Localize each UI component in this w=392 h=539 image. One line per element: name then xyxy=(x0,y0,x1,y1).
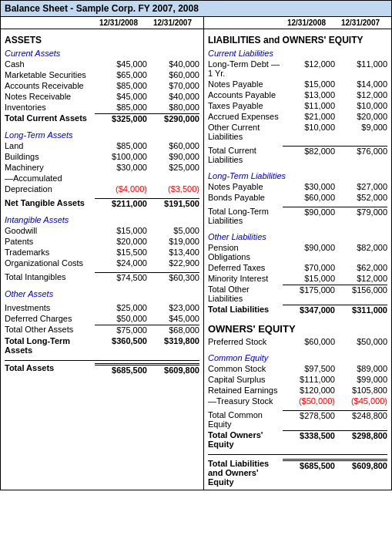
mkt-sec-2007: $60,000 xyxy=(147,70,199,79)
buildings-label: Buildings xyxy=(5,152,95,161)
treasury-stock-label: —Treasury Stock xyxy=(208,396,283,406)
taxes-payable-2007: $10,000 xyxy=(335,101,387,110)
total-common-equity-2008: $278,500 xyxy=(283,410,335,429)
deferred-charges-2007: $45,000 xyxy=(147,314,199,323)
accts-payable-2008: $13,000 xyxy=(283,90,335,99)
total-liabilities-label: Total Liabilities xyxy=(208,305,283,315)
net-tangible-label: Net Tangible Assets xyxy=(5,198,95,208)
accts-rec-2007: $70,000 xyxy=(147,81,199,90)
common-stock-2007: $89,000 xyxy=(335,364,387,373)
accum-depr-line1-label: —Accumulated xyxy=(5,173,95,183)
left-date-2: 12/31/2007 xyxy=(146,17,199,29)
land-label: Land xyxy=(5,141,95,150)
net-tangible-2007: $191,500 xyxy=(147,198,199,208)
other-cur-liab-2008: $10,000 xyxy=(283,123,335,141)
trademarks-2008: $15,500 xyxy=(95,248,147,257)
machinery-label: Machinery xyxy=(5,163,95,172)
total-long-term-2008: $360,500 xyxy=(95,336,147,355)
total-common-equity-label: Total Common Equity xyxy=(208,410,283,429)
taxes-payable-label: Taxes Payable xyxy=(208,101,283,110)
total-liab-owners-row: Total Liabilities and Owners' Equity $68… xyxy=(208,458,387,487)
cash-2008: $45,000 xyxy=(95,59,147,69)
total-intangibles-row: Total Intangibles $74,500 $60,300 xyxy=(5,271,199,283)
total-assets-2008: $685,500 xyxy=(95,363,147,375)
list-item: Deferred Charges $50,000 $45,000 xyxy=(5,313,199,324)
list-item: Patents $20,000 $19,000 xyxy=(5,236,199,247)
total-current-assets-2008: $325,000 xyxy=(95,113,147,123)
investments-label: Investments xyxy=(5,303,95,312)
total-liab-owners-2007: $609,800 xyxy=(335,459,387,487)
total-cur-liab-label: Total Current Liabilities xyxy=(208,146,283,164)
capital-surplus-label: Capital Surplus xyxy=(208,375,283,384)
assets-title: ASSETS xyxy=(5,35,199,45)
minority-interest-label: Minority Interest xyxy=(208,274,283,283)
list-item: Cash $45,000 $40,000 xyxy=(5,59,199,69)
trademarks-2007: $13,400 xyxy=(147,248,199,257)
total-lt-liab-2008: $90,000 xyxy=(283,207,335,225)
deferred-taxes-2008: $70,000 xyxy=(283,263,335,272)
liabilities-title: LIABILITIES and OWNERS' EQUITY xyxy=(208,35,387,45)
deferred-charges-2008: $50,000 xyxy=(95,314,147,323)
depreciation-label: Depreciation xyxy=(5,184,95,194)
pension-label: Pension Obligations xyxy=(208,243,283,261)
other-cur-liab-label: Other Current Liabilities xyxy=(208,123,283,141)
bonds-payable-2008: $60,000 xyxy=(283,193,335,202)
common-stock-2008: $97,500 xyxy=(283,364,335,373)
right-date-1: 12/31/2008 xyxy=(280,17,333,29)
total-intangibles-label: Total Intangibles xyxy=(5,272,95,282)
list-item: Notes Payable $15,000 $14,000 xyxy=(208,79,387,89)
common-equity-label: Common Equity xyxy=(208,353,387,362)
total-intangibles-2007: $60,300 xyxy=(147,272,199,282)
total-current-assets-2007: $290,000 xyxy=(147,113,199,123)
org-costs-label: Organizational Costs xyxy=(5,258,95,268)
long-term-assets-label: Long-Term Assets xyxy=(5,130,199,140)
investments-2007: $23,000 xyxy=(147,303,199,312)
minority-interest-2008: $15,000 xyxy=(283,274,335,283)
accrued-exp-label: Accrued Expenses xyxy=(208,112,283,121)
right-panel: LIABILITIES and OWNERS' EQUITY Current L… xyxy=(204,29,391,490)
total-other-liab-row: Total Other Liabilities $175,000 $156,00… xyxy=(208,284,387,304)
investments-2008: $25,000 xyxy=(95,303,147,312)
goodwill-label: Goodwill xyxy=(5,226,95,235)
net-tangible-assets-row: Net Tangible Assets $211,000 $191,500 xyxy=(5,197,199,209)
cash-label: Cash xyxy=(5,59,95,69)
capital-surplus-2008: $111,000 xyxy=(283,375,335,384)
notes-payable-lt-2008: $30,000 xyxy=(283,182,335,191)
list-item: Retained Earnings $120,000 $105,800 xyxy=(208,385,387,396)
treasury-stock-2008: ($50,000) xyxy=(283,396,335,406)
list-item: Investments $25,000 $23,000 xyxy=(5,302,199,313)
mkt-sec-2008: $65,000 xyxy=(95,70,147,79)
accrued-exp-2008: $21,000 xyxy=(283,112,335,121)
ltd-1yr-2007: $11,000 xyxy=(335,59,387,78)
deferred-charges-label: Deferred Charges xyxy=(5,314,95,323)
notes-payable-lt-label: Notes Payable xyxy=(208,182,283,191)
list-item: Notes Receivable $45,000 $40,000 xyxy=(5,91,199,102)
inventories-2007: $80,000 xyxy=(147,103,199,112)
list-item: Inventories $85,000 $80,000 xyxy=(5,102,199,113)
accts-rec-label: Accounts Receivable xyxy=(5,81,95,90)
notes-rec-label: Notes Receivable xyxy=(5,92,95,101)
right-date-2: 12/31/2007 xyxy=(333,17,387,29)
total-owners-equity-2008: $338,500 xyxy=(283,430,335,449)
total-intangibles-2008: $74,500 xyxy=(95,272,147,282)
list-item: Preferred Stock $60,000 $50,000 xyxy=(208,336,387,347)
list-item: Land $85,000 $60,000 xyxy=(5,140,199,151)
accts-payable-2007: $12,000 xyxy=(335,90,387,99)
total-assets-2007: $609,800 xyxy=(147,363,199,375)
total-lt-liab-2007: $79,000 xyxy=(335,207,387,225)
total-lt-liab-label: Total Long-Term Liabilities xyxy=(208,207,283,225)
patents-2008: $20,000 xyxy=(95,237,147,246)
list-item: Capital Surplus $111,000 $99,000 xyxy=(208,374,387,385)
left-panel: ASSETS Current Assets Cash $45,000 $40,0… xyxy=(1,29,204,490)
ltd-1yr-2008: $12,000 xyxy=(283,59,335,78)
goodwill-2007: $5,000 xyxy=(147,226,199,235)
total-other-assets-row: Total Other Assets $75,000 $68,000 xyxy=(5,324,199,335)
list-item: Common Stock $97,500 $89,000 xyxy=(208,363,387,374)
notes-payable-cur-2007: $14,000 xyxy=(335,79,387,89)
list-item: —Accumulated xyxy=(5,173,199,184)
ltd-1yr-label: Long-Term Debt — 1 Yr. xyxy=(208,59,283,78)
main-body: ASSETS Current Assets Cash $45,000 $40,0… xyxy=(1,29,391,490)
notes-payable-cur-2008: $15,000 xyxy=(283,79,335,89)
total-common-equity-row: Total Common Equity $278,500 $248,800 xyxy=(208,409,387,430)
list-item: Long-Term Debt — 1 Yr. $12,000 $11,000 xyxy=(208,59,387,79)
